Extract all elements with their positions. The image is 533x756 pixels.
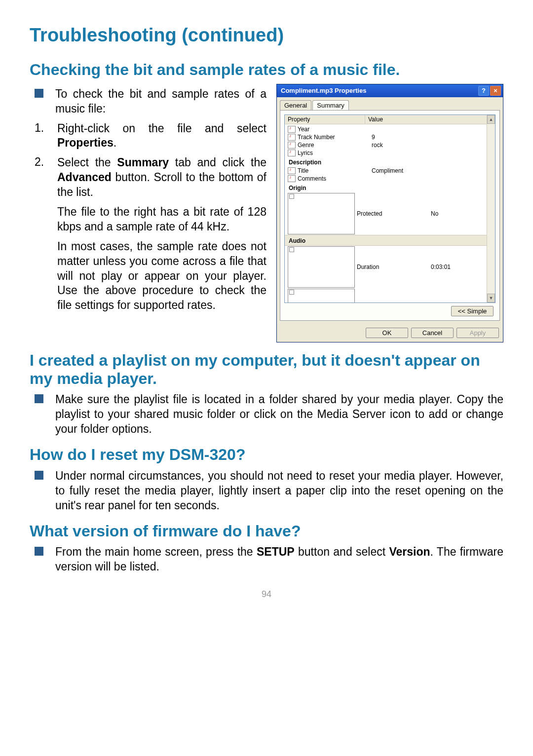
col-property[interactable]: Property	[285, 115, 365, 124]
cancel-button[interactable]: Cancel	[411, 328, 454, 338]
properties-listbox[interactable]: Property Value Year Track Number9 Genrer…	[284, 114, 495, 303]
step-number-2: 2.	[30, 155, 57, 169]
tab-general[interactable]: General	[280, 100, 311, 110]
close-icon[interactable]: ×	[490, 86, 501, 96]
step-number-1: 1.	[30, 121, 57, 135]
list-item[interactable]: Track Number9	[285, 133, 495, 141]
page-icon	[288, 246, 355, 288]
sec1-step2: Select the Summary tab and click the Adv…	[57, 155, 266, 200]
section2-heading: I created a playlist on my computer, but…	[30, 351, 503, 388]
music-icon	[288, 134, 296, 141]
section1-heading: Checking the bit and sample rates of a m…	[30, 61, 503, 79]
list-item[interactable]: Bit Rate128kbps	[285, 288, 495, 303]
list-item[interactable]: Year	[285, 125, 495, 133]
music-icon	[288, 167, 296, 174]
dialog-title: Compliment.mp3 Properties	[279, 87, 477, 94]
simple-button[interactable]: << Simple	[451, 306, 494, 316]
bullet-icon	[35, 89, 43, 98]
list-item[interactable]: Lyrics	[285, 149, 495, 157]
section-origin: Origin	[285, 183, 495, 192]
section4-heading: What version of firmware do I have?	[30, 522, 503, 540]
sec1-intro: To check the bit and sample rates of a m…	[55, 87, 266, 116]
page-icon	[288, 193, 355, 234]
apply-button[interactable]: Apply	[457, 328, 499, 338]
music-icon	[288, 126, 296, 133]
tab-summary[interactable]: Summary	[312, 100, 349, 110]
sec1-p4: In most cases, the sample rate does not …	[30, 239, 266, 313]
scroll-up-icon[interactable]: ▲	[487, 115, 495, 124]
help-icon[interactable]: ?	[478, 86, 489, 96]
page-icon	[288, 289, 355, 303]
sec1-step1: Right-click on the file and select Prope…	[57, 121, 266, 151]
bullet-icon	[35, 394, 43, 403]
properties-dialog: Compliment.mp3 Properties ? × General Su…	[276, 84, 503, 342]
music-icon	[288, 175, 296, 182]
bullet-icon	[35, 547, 43, 556]
sec3-body: Under normal circumstances, you should n…	[55, 469, 503, 513]
bullet-icon	[35, 471, 43, 480]
sec1-p3: The file to the right has a bit rate of …	[30, 205, 266, 234]
music-icon	[288, 150, 296, 156]
section-description: Description	[285, 157, 495, 167]
section3-heading: How do I reset my DSM-320?	[30, 446, 503, 464]
list-item[interactable]: TitleCompliment	[285, 167, 495, 175]
list-item[interactable]: Comments	[285, 175, 495, 183]
section-audio: Audio	[285, 235, 495, 246]
page-number: 94	[30, 589, 503, 600]
page-title: Troubleshooting (continued)	[30, 25, 503, 46]
ok-button[interactable]: OK	[366, 328, 408, 338]
list-item[interactable]: Duration0:03:01	[285, 246, 495, 288]
music-icon	[288, 142, 296, 149]
sec4-body: From the main home screen, press the SET…	[55, 545, 503, 574]
scroll-down-icon[interactable]: ▼	[487, 294, 495, 302]
sec2-body: Make sure the playlist file is located i…	[55, 392, 503, 437]
dialog-titlebar[interactable]: Compliment.mp3 Properties ? ×	[277, 84, 503, 97]
col-value[interactable]: Value	[365, 115, 495, 124]
list-item[interactable]: Genrerock	[285, 141, 495, 149]
scrollbar[interactable]: ▲ ▼	[487, 115, 495, 302]
list-item[interactable]: ProtectedNo	[285, 192, 495, 235]
